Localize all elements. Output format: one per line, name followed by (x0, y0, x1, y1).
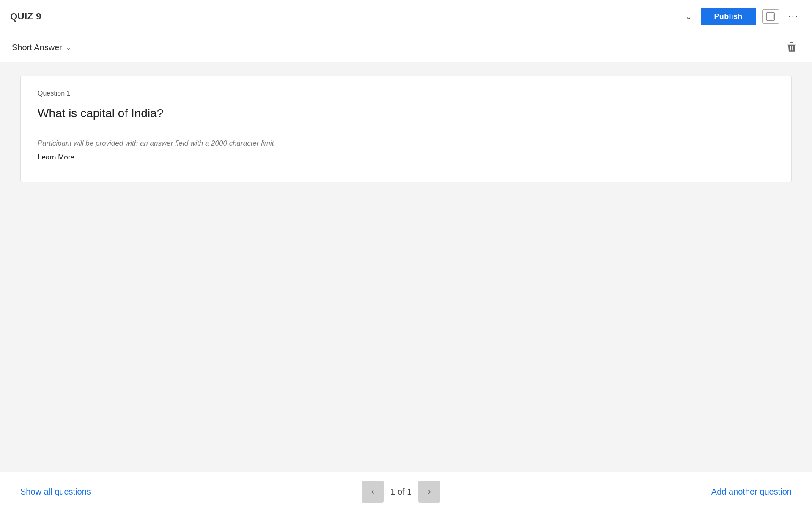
more-options-button[interactable]: ··· (785, 9, 802, 24)
header-left: QUIZ 9 (10, 11, 41, 22)
pagination-prev-button[interactable]: ‹ (362, 481, 384, 503)
question-type-selector[interactable]: Short Answer ⌄ (12, 43, 71, 52)
header-right: ⌄ Publish ··· (683, 8, 802, 25)
main-content: Question 1 Participant will be provided … (0, 62, 812, 472)
question-number: Question 1 (38, 90, 774, 97)
chevron-down-button[interactable]: ⌄ (683, 9, 695, 24)
question-input-wrapper (38, 105, 774, 124)
question-type-bar: Short Answer ⌄ (0, 33, 812, 62)
pagination: ‹ 1 of 1 › (362, 481, 440, 503)
chevron-down-icon: ⌄ (685, 11, 692, 22)
chevron-left-icon: ‹ (371, 486, 374, 497)
question-card: Question 1 Participant will be provided … (20, 76, 792, 182)
trash-icon (786, 41, 798, 52)
publish-button[interactable]: Publish (701, 8, 756, 25)
footer: Show all questions ‹ 1 of 1 › Add anothe… (0, 472, 812, 511)
show-all-questions-button[interactable]: Show all questions (20, 484, 91, 500)
delete-question-button[interactable] (783, 38, 800, 58)
pagination-info: 1 of 1 (390, 487, 411, 497)
pagination-next-button[interactable]: › (418, 481, 440, 503)
header: QUIZ 9 ⌄ Publish ··· (0, 0, 812, 33)
svg-rect-1 (768, 14, 773, 19)
fullscreen-icon (766, 12, 775, 21)
question-type-chevron-icon: ⌄ (66, 44, 71, 52)
question-type-label: Short Answer (12, 43, 62, 52)
answer-hint-text: Participant will be provided with an ans… (38, 138, 774, 149)
add-question-button[interactable]: Add another question (711, 484, 792, 500)
question-input[interactable] (38, 105, 774, 124)
fullscreen-button[interactable] (762, 9, 779, 24)
learn-more-link[interactable]: Learn More (38, 153, 74, 161)
chevron-right-icon: › (428, 486, 431, 497)
quiz-title: QUIZ 9 (10, 11, 41, 22)
